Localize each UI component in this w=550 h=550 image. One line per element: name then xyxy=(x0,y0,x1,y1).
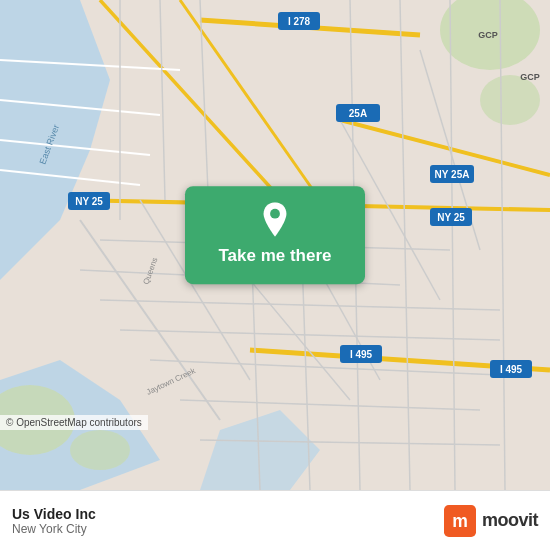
svg-text:GCP: GCP xyxy=(520,72,540,82)
cta-label: Take me there xyxy=(218,246,331,266)
svg-text:I 278: I 278 xyxy=(288,16,311,27)
svg-point-61 xyxy=(270,209,280,219)
moovit-text: moovit xyxy=(482,510,538,531)
moovit-logo-icon: m xyxy=(444,505,476,537)
svg-text:m: m xyxy=(452,511,468,531)
svg-text:NY 25: NY 25 xyxy=(437,212,465,223)
svg-point-5 xyxy=(70,430,130,470)
moovit-logo: m moovit xyxy=(444,505,538,537)
svg-point-7 xyxy=(480,75,540,125)
svg-text:GCP: GCP xyxy=(478,30,498,40)
svg-text:I 495: I 495 xyxy=(500,364,523,375)
svg-text:NY 25A: NY 25A xyxy=(435,169,470,180)
svg-text:NY 25: NY 25 xyxy=(75,196,103,207)
map-container: I 278 NY 25 NY 25 NY 25 NY 25A 25A I 495… xyxy=(0,0,550,490)
bottom-bar: Us Video Inc New York City m moovit xyxy=(0,490,550,550)
map-pin-icon xyxy=(257,202,293,238)
svg-text:25A: 25A xyxy=(349,108,367,119)
map-attribution: © OpenStreetMap contributors xyxy=(0,415,148,430)
take-me-there-button[interactable]: Take me there xyxy=(185,186,365,284)
location-city: New York City xyxy=(12,522,96,536)
svg-text:I 495: I 495 xyxy=(350,349,373,360)
location-info: Us Video Inc New York City xyxy=(12,506,96,536)
location-name: Us Video Inc xyxy=(12,506,96,522)
